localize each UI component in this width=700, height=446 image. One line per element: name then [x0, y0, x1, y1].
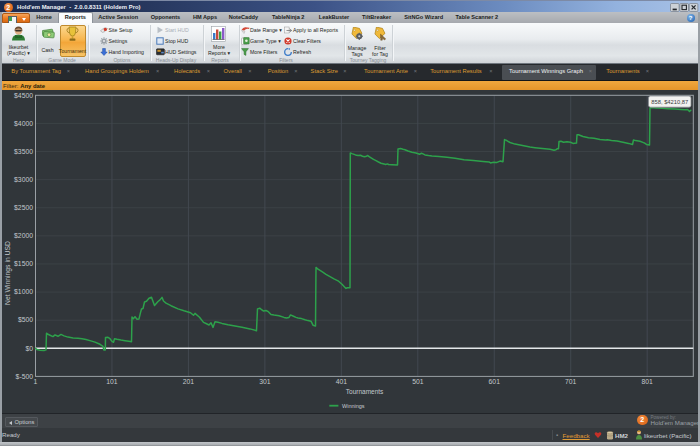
svg-text:Tournaments: Tournaments: [346, 388, 384, 395]
svg-text:$-500: $-500: [16, 373, 34, 380]
svg-text:601: 601: [489, 378, 501, 385]
svg-text:$2500: $2500: [14, 204, 33, 211]
svg-text:401: 401: [336, 378, 348, 385]
svg-text:$500: $500: [18, 316, 33, 323]
svg-text:Net Winnings in USD: Net Winnings in USD: [4, 241, 12, 305]
svg-text:701: 701: [565, 378, 577, 385]
svg-text:$1000: $1000: [14, 288, 33, 295]
svg-text:201: 201: [183, 378, 195, 385]
svg-text:$3500: $3500: [14, 148, 33, 155]
svg-text:$4000: $4000: [14, 120, 33, 127]
svg-text:501: 501: [412, 378, 424, 385]
svg-text:858, $4210,87: 858, $4210,87: [651, 99, 688, 105]
svg-text:$4500: $4500: [14, 92, 33, 99]
svg-text:101: 101: [106, 378, 118, 385]
svg-text:Winnings: Winnings: [342, 403, 365, 409]
svg-text:$3000: $3000: [14, 176, 33, 183]
svg-text:301: 301: [259, 378, 271, 385]
svg-text:801: 801: [642, 378, 654, 385]
svg-text:$2000: $2000: [14, 232, 33, 239]
svg-text:$1500: $1500: [14, 260, 33, 267]
svg-text:1: 1: [34, 378, 38, 385]
svg-text:$0: $0: [25, 345, 33, 352]
